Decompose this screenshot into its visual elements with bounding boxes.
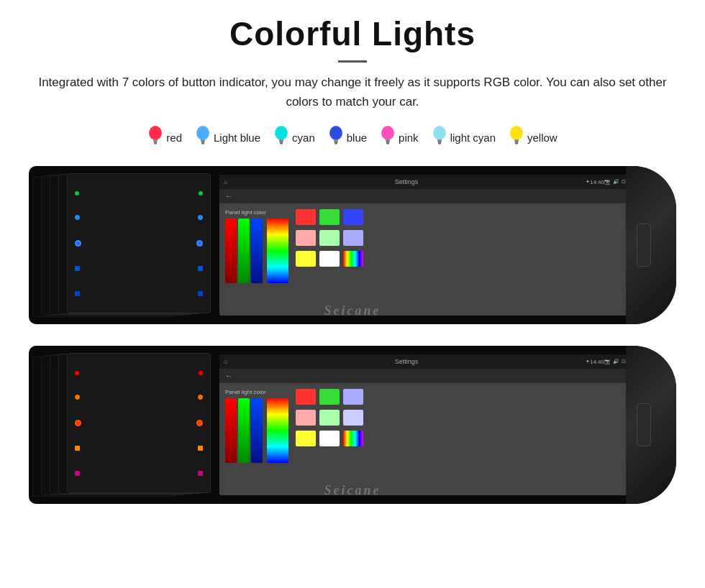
color-label-red: red — [166, 132, 182, 144]
color-row: red Light blue cyan blue pink — [29, 124, 676, 150]
svg-rect-29 — [438, 143, 441, 144]
stereo-device-1: ⌂ Settings ✦ 14:40 📷 🔊 ⊡ ↩ ← — [29, 166, 676, 324]
back-arrow-1: ← — [225, 192, 232, 200]
color-label-light-blue: Light blue — [214, 132, 260, 144]
stacked-panels-2 — [32, 353, 219, 497]
svg-rect-24 — [386, 143, 389, 144]
bulb-icon-red — [147, 124, 163, 150]
svg-rect-7 — [201, 139, 205, 142]
color-label-pink: pink — [399, 132, 419, 144]
panel-light-label-2: Panel light color — [225, 389, 288, 395]
bulb-icon-cyan — [273, 124, 289, 150]
color-item-pink: pink — [380, 124, 419, 150]
svg-rect-14 — [280, 143, 283, 144]
screen-title-2: Settings — [227, 358, 586, 365]
right-end-1 — [626, 166, 676, 324]
status-bar-1: ⌂ Settings ✦ 14:40 📷 🔊 ⊡ ↩ — [219, 175, 637, 189]
device-row-1: ⌂ Settings ✦ 14:40 📷 🔊 ⊡ ↩ ← — [29, 166, 676, 339]
svg-rect-19 — [335, 143, 337, 144]
color-label-cyan: cyan — [292, 132, 315, 144]
back-arrow-2: ← — [225, 372, 232, 380]
svg-rect-32 — [514, 139, 519, 142]
color-label-light-cyan: light cyan — [450, 132, 496, 144]
svg-rect-9 — [201, 143, 204, 144]
svg-rect-34 — [515, 143, 518, 144]
color-item-red: red — [147, 124, 182, 150]
screen-title-1: Settings — [227, 178, 586, 185]
color-bars-1 — [225, 219, 288, 310]
svg-point-21 — [383, 127, 393, 139]
svg-rect-27 — [437, 139, 442, 142]
stereo-device-2: ⌂ Settings ✦ 14:40 📷 🔊 ⊡ ↩ ← — [29, 346, 676, 504]
page-description: Integrated with 7 colors of button indic… — [29, 73, 676, 111]
settings-body-2: Panel light color — [219, 383, 637, 495]
color-label-yellow: yellow — [527, 132, 558, 144]
color-item-light-blue: Light blue — [195, 124, 260, 150]
color-item-blue: blue — [328, 124, 367, 150]
title-section: Colorful Lights — [29, 14, 676, 63]
svg-rect-28 — [437, 142, 441, 143]
color-item-yellow: yellow — [509, 124, 558, 150]
right-end-2 — [626, 346, 676, 504]
bulb-icon-light-blue — [195, 124, 211, 150]
svg-rect-23 — [386, 142, 390, 143]
status-bar-2: ⌂ Settings ✦ 14:40 📷 🔊 ⊡ ↩ — [219, 354, 637, 369]
bulb-icon-light-cyan — [432, 124, 447, 150]
svg-point-26 — [435, 127, 445, 139]
panel-light-label-1: Panel light color — [225, 209, 288, 216]
svg-point-16 — [331, 127, 341, 139]
device-row-2: ⌂ Settings ✦ 14:40 📷 🔊 ⊡ ↩ ← — [29, 346, 676, 518]
svg-point-1 — [150, 127, 160, 139]
page-wrapper: Colorful Lights Integrated with 7 colors… — [0, 0, 705, 547]
bulb-icon-pink — [380, 124, 396, 150]
settings-header-1: ← — [219, 189, 637, 203]
svg-rect-13 — [280, 142, 283, 143]
main-screen-1: ⌂ Settings ✦ 14:40 📷 🔊 ⊡ ↩ ← — [219, 175, 637, 316]
bulb-icon-yellow — [509, 124, 524, 150]
watermark-2: Seicane — [324, 483, 381, 498]
page-title: Colorful Lights — [29, 14, 676, 53]
time-2: 14:40 — [590, 359, 604, 365]
watermark-1: Seicane — [324, 303, 381, 318]
swatches-2 — [296, 389, 365, 490]
svg-rect-17 — [334, 139, 338, 142]
svg-rect-12 — [279, 139, 283, 142]
main-screen-2: ⌂ Settings ✦ 14:40 📷 🔊 ⊡ ↩ ← — [219, 354, 637, 495]
stacked-panels-1 — [32, 173, 219, 317]
color-label-blue: blue — [347, 132, 367, 144]
svg-point-31 — [511, 127, 522, 139]
svg-rect-3 — [154, 142, 158, 143]
svg-point-6 — [198, 127, 208, 139]
svg-rect-2 — [153, 139, 158, 142]
svg-rect-22 — [386, 139, 390, 142]
svg-point-11 — [276, 127, 286, 139]
svg-rect-4 — [154, 143, 157, 144]
settings-body-1: Panel light color — [219, 203, 637, 316]
title-divider — [338, 60, 367, 63]
bulb-icon-blue — [328, 124, 344, 150]
color-bars-2 — [225, 398, 288, 490]
swatches-1 — [296, 209, 365, 310]
color-item-light-cyan: light cyan — [432, 124, 496, 150]
settings-header-2: ← — [219, 369, 637, 383]
svg-rect-33 — [515, 142, 519, 143]
color-item-cyan: cyan — [273, 124, 315, 150]
time-1: 14:40 — [590, 179, 604, 185]
svg-rect-18 — [334, 142, 337, 143]
svg-rect-8 — [201, 142, 204, 143]
devices-section: ⌂ Settings ✦ 14:40 📷 🔊 ⊡ ↩ ← — [29, 166, 676, 525]
